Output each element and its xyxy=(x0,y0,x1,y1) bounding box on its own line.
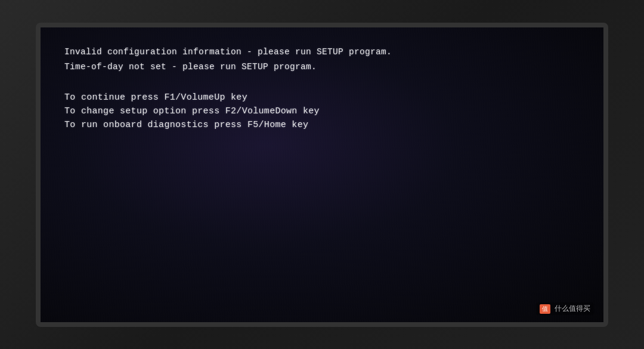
watermark-text: 什么值得买 xyxy=(555,304,590,313)
instruction-line-3: To run onboard diagnostics press F5/Home… xyxy=(64,118,580,132)
instruction-line-2: To change setup option press F2/VolumeDo… xyxy=(64,104,580,118)
laptop-frame: Invalid configuration information - plea… xyxy=(0,0,644,349)
screen-bezel: Invalid configuration information - plea… xyxy=(36,23,608,327)
instruction-line-1: To continue press F1/VolumeUp key xyxy=(64,91,580,104)
bios-output: Invalid configuration information - plea… xyxy=(64,45,580,132)
watermark: 值 什么值得买 xyxy=(536,302,594,315)
watermark-icon: 值 xyxy=(540,304,550,314)
screen-content: Invalid configuration information - plea… xyxy=(41,27,603,322)
error-line-2: Time-of-day not set - please run SETUP p… xyxy=(64,60,580,74)
error-line-1: Invalid configuration information - plea… xyxy=(64,45,580,59)
webcam-dot xyxy=(578,23,586,24)
